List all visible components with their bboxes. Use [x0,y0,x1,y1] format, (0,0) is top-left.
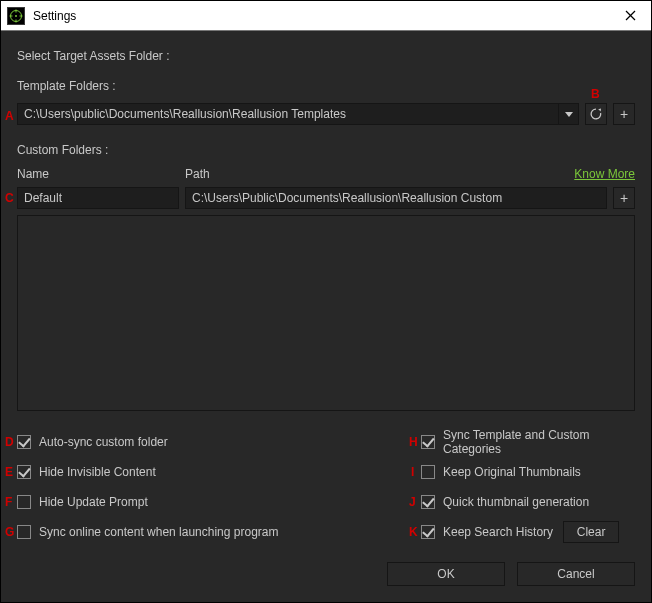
keep-thumb-checkbox[interactable] [421,465,435,479]
marker-g: G [5,525,14,539]
hide-update-checkbox[interactable] [17,495,31,509]
col-path-label: Path [185,167,574,181]
marker-f: F [5,495,12,509]
window-title: Settings [33,9,76,23]
template-path-dropdown[interactable]: C:\Users\public\Documents\Reallusion\Rea… [17,103,579,125]
custom-name-input[interactable]: Default [17,187,179,209]
col-name-label: Name [17,167,185,181]
custom-folders-label: Custom Folders : [17,143,635,157]
hide-invisible-checkbox[interactable] [17,465,31,479]
marker-e: E [5,465,13,479]
auto-sync-label: Auto-sync custom folder [39,435,168,449]
titlebar: Settings [1,1,651,31]
svg-point-1 [15,15,17,17]
close-button[interactable] [609,1,651,30]
app-icon [7,7,25,25]
quick-thumb-label: Quick thumbnail generation [443,495,589,509]
marker-b: B [591,87,600,101]
chevron-down-icon [565,112,573,117]
sync-online-checkbox[interactable] [17,525,31,539]
sync-template-label: Sync Template and Custom Categories [443,428,635,456]
marker-i: I [411,465,414,479]
marker-h: H [409,435,418,449]
quick-thumb-checkbox[interactable] [421,495,435,509]
close-icon [625,10,636,21]
ok-button[interactable]: OK [387,562,505,586]
hide-update-label: Hide Update Prompt [39,495,148,509]
add-custom-button[interactable]: + [613,187,635,209]
marker-d: D [5,435,14,449]
select-target-label: Select Target Assets Folder : [17,49,635,63]
sync-online-label: Sync online content when launching progr… [39,525,278,539]
refresh-button[interactable] [585,103,607,125]
custom-folder-list[interactable] [17,215,635,411]
add-template-button[interactable]: + [613,103,635,125]
marker-c: C [5,191,14,205]
keep-search-checkbox[interactable] [421,525,435,539]
clear-button[interactable]: Clear [563,521,619,543]
settings-window: Settings Select Target Assets Folder : T… [0,0,652,603]
template-dropdown-button[interactable] [559,103,579,125]
hide-invisible-label: Hide Invisible Content [39,465,156,479]
cancel-button[interactable]: Cancel [517,562,635,586]
sync-template-checkbox[interactable] [421,435,435,449]
template-folders-label: Template Folders : [17,79,635,93]
marker-j: J [409,495,416,509]
marker-k: K [409,525,418,539]
know-more-link[interactable]: Know More [574,167,635,181]
refresh-icon [589,107,603,121]
keep-search-label: Keep Search History [443,525,553,539]
custom-path-input[interactable]: C:\Users\Public\Documents\Reallusion\Rea… [185,187,607,209]
template-path-input[interactable]: C:\Users\public\Documents\Reallusion\Rea… [17,103,559,125]
marker-a: A [5,109,14,123]
auto-sync-checkbox[interactable] [17,435,31,449]
keep-thumb-label: Keep Original Thumbnails [443,465,581,479]
